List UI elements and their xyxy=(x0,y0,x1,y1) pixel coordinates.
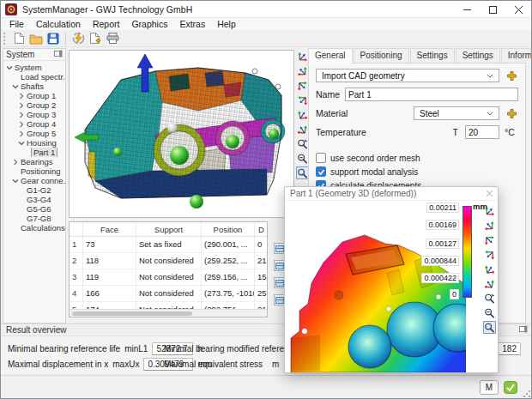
print-button[interactable] xyxy=(104,31,121,46)
zoom-window-icon[interactable] xyxy=(296,166,309,179)
expander-icon[interactable] xyxy=(11,158,19,166)
menu-help[interactable]: Help xyxy=(211,19,242,29)
minimize-button[interactable] xyxy=(454,1,480,18)
open-folder-button[interactable] xyxy=(27,31,45,46)
table-row[interactable]: 2118Not considered(259.252, ...21 xyxy=(70,253,267,269)
tree-item-bearings[interactable]: Bearings xyxy=(3,157,65,166)
checkbox[interactable] xyxy=(316,166,326,177)
face-support-table[interactable]: FaceSupportPositionD173Set as fixed(290.… xyxy=(69,221,268,317)
close-icon[interactable] xyxy=(487,189,493,198)
material-combo[interactable]: Steel xyxy=(414,106,499,120)
table-row[interactable]: 173Set as fixed(290.001, ...0 xyxy=(70,237,267,253)
new-file-button[interactable] xyxy=(10,31,27,46)
tree-item-g3-g4[interactable]: G3-G4 xyxy=(3,195,65,204)
dock-pin-icon[interactable] xyxy=(54,50,63,59)
menu-file[interactable]: File xyxy=(3,19,30,29)
view-back-icon[interactable] xyxy=(483,248,496,261)
menu-report[interactable]: Report xyxy=(87,19,126,29)
view-front-icon[interactable] xyxy=(296,50,309,63)
option-support-modal-analysis[interactable]: support modal analysis xyxy=(316,166,429,177)
table-cell: 3 xyxy=(70,269,83,286)
add-report-button[interactable] xyxy=(87,31,104,46)
expander-icon[interactable] xyxy=(11,82,19,90)
tree-item-shafts[interactable]: Shafts xyxy=(3,82,65,91)
zoom-pointer-icon[interactable] xyxy=(483,292,496,305)
expander-icon[interactable] xyxy=(11,177,19,184)
column-header-face[interactable]: Face xyxy=(83,222,136,236)
mesh-3d-view[interactable] xyxy=(69,50,294,218)
tree-item-g7-g8[interactable]: G7-G8 xyxy=(3,214,65,223)
zoom-pointer-icon[interactable] xyxy=(296,137,309,150)
tree-item-group-5[interactable]: Group 5 xyxy=(3,129,65,138)
close-button[interactable] xyxy=(505,1,531,18)
tree-item-load-spectr-[interactable]: Load spectr... xyxy=(3,72,65,82)
expander-icon[interactable] xyxy=(17,111,25,118)
expander-icon[interactable] xyxy=(5,63,13,71)
tree-item-label: Gear conne... xyxy=(19,176,65,185)
tab-settings[interactable]: Settings xyxy=(410,48,455,63)
view-front-icon[interactable] xyxy=(483,204,496,217)
dock-pin-icon[interactable] xyxy=(519,325,528,335)
view-top-icon[interactable] xyxy=(483,219,496,232)
tree-item-housing[interactable]: Housing xyxy=(3,138,65,148)
save-button[interactable] xyxy=(45,31,62,46)
tree-item-system[interactable]: System xyxy=(3,63,65,72)
zoom-window-icon[interactable] xyxy=(483,321,496,334)
option-use-second-order-mesh[interactable]: use second order mesh xyxy=(316,153,429,163)
table-cell: (290.001, ... xyxy=(202,237,255,253)
view-back-icon[interactable] xyxy=(296,94,309,106)
tree-item-label: G5-G6 xyxy=(25,204,53,214)
view-bottom-icon[interactable] xyxy=(296,108,309,121)
checkbox[interactable] xyxy=(316,153,326,163)
tab-positioning[interactable]: Positioning xyxy=(354,48,409,63)
view-left-icon[interactable] xyxy=(483,277,496,290)
column-header-d[interactable]: D xyxy=(255,222,268,236)
zoom-out-icon[interactable] xyxy=(296,152,309,165)
table-row[interactable]: 3119Not considered(259.156, ...15 xyxy=(70,269,267,286)
zoom-out-icon[interactable] xyxy=(483,306,496,319)
tree-item-group-4[interactable]: Group 4 xyxy=(3,119,65,129)
menu-extras[interactable]: Extras xyxy=(173,19,211,29)
tree-item-group-2[interactable]: Group 2 xyxy=(3,100,65,110)
tree-item-g1-g2[interactable]: G1-G2 xyxy=(3,185,65,195)
view-top-icon[interactable] xyxy=(296,64,309,77)
tree-item-group-3[interactable]: Group 3 xyxy=(3,110,65,119)
view-bottom-icon[interactable] xyxy=(483,263,496,275)
tree-item-gear-conne-[interactable]: Gear conne... xyxy=(3,176,65,185)
tree-item-g5-g6[interactable]: G5-G6 xyxy=(3,204,65,214)
view-right-icon[interactable] xyxy=(296,79,309,92)
tab-general[interactable]: General xyxy=(308,48,353,63)
tree-item-part-1[interactable]: Part 1 xyxy=(3,148,65,157)
expander-icon[interactable] xyxy=(17,130,25,137)
tree-item-positioning[interactable]: Positioning xyxy=(3,166,65,176)
tab-information[interactable]: Information xyxy=(501,48,532,63)
column-header-position[interactable]: Position xyxy=(202,222,255,236)
column-header[interactable] xyxy=(70,222,83,236)
geometry-source-combo[interactable]: Import CAD geometry xyxy=(316,69,499,82)
add-geometry-button[interactable] xyxy=(505,69,518,82)
expander-icon[interactable] xyxy=(17,101,25,109)
expander-icon[interactable] xyxy=(17,92,25,100)
menu-graphics[interactable]: Graphics xyxy=(125,19,173,29)
float-window-titlebar[interactable]: Part 1 (Geometry 3D (deformed)) xyxy=(285,187,498,201)
tree-item-calculations[interactable]: Calculations xyxy=(3,223,65,233)
maximize-button[interactable] xyxy=(480,1,505,18)
name-input[interactable] xyxy=(345,88,518,101)
expander-icon[interactable] xyxy=(17,139,25,147)
add-material-button[interactable] xyxy=(505,106,518,120)
view-left-icon[interactable] xyxy=(296,123,309,136)
view-right-icon[interactable] xyxy=(483,233,496,246)
calculation-ok-icon[interactable] xyxy=(504,381,517,394)
temperature-input[interactable] xyxy=(465,125,499,139)
table-hscrollbar[interactable] xyxy=(70,309,267,317)
calculate-button[interactable] xyxy=(70,31,87,46)
table-row[interactable]: 4166Not considered(273.75, -1010, ...25 xyxy=(70,286,267,302)
column-header-support[interactable]: Support xyxy=(136,222,202,236)
expander-icon[interactable] xyxy=(17,120,25,128)
deformed-geometry-window[interactable]: Part 1 (Geometry 3D (deformed)) xyxy=(284,186,499,373)
m-button[interactable]: M xyxy=(480,380,499,395)
resize-grip[interactable] xyxy=(523,390,531,398)
tree-item-group-1[interactable]: Group 1 xyxy=(3,91,65,100)
menu-calculation[interactable]: Calculation xyxy=(30,19,87,29)
tab-settings-2[interactable]: Settings xyxy=(456,48,500,63)
